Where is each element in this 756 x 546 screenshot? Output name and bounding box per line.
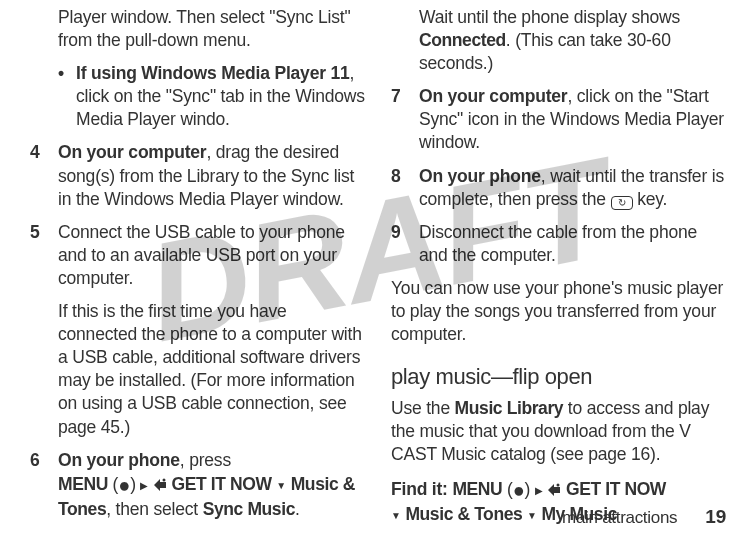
step-body: On your computer, click on the "Start Sy… <box>419 85 726 154</box>
center-key-icon: ● <box>513 479 525 501</box>
step-number: 5 <box>30 221 58 439</box>
bullet-body: If using Windows Media Player 11, click … <box>76 62 365 131</box>
nav-down-icon: ▼ <box>276 479 286 492</box>
get-it-now-icon <box>547 479 561 493</box>
step-number: 7 <box>391 85 419 154</box>
continuation-text: Wait until the phone display shows Conne… <box>391 6 726 75</box>
step-body: Disconnect the cable from the phone and … <box>419 221 726 267</box>
connected-label: Connected <box>419 30 506 50</box>
menu-label: MENU <box>452 479 502 499</box>
body-text: If this is the first time you have conne… <box>58 300 365 439</box>
body-text: , press <box>180 450 231 470</box>
step-9: 9 Disconnect the cable from the phone an… <box>391 221 726 267</box>
section-name: main attractions <box>562 507 677 529</box>
end-key-icon <box>611 196 633 210</box>
step-body: On your computer, drag the desired song(… <box>58 141 365 210</box>
find-it-label: Find it: <box>391 479 452 499</box>
step-number: 8 <box>391 165 419 211</box>
step-body: On your phone, wait until the transfer i… <box>419 165 726 211</box>
section-heading: play music—flip open <box>391 362 726 391</box>
bullet-item: • If using Windows Media Player 11, clic… <box>30 62 365 131</box>
body-text: Connect the USB cable to your phone and … <box>58 221 365 290</box>
music-tones-label: Music & Tones <box>405 504 522 524</box>
body-text: Wait until the phone display shows <box>419 7 680 27</box>
continuation-text: Player window. Then select "Sync List" f… <box>30 6 365 52</box>
step-5: 5 Connect the USB cable to your phone an… <box>30 221 365 439</box>
step-7: 7 On your computer, click on the "Start … <box>391 85 726 154</box>
left-column: Player window. Then select "Sync List" f… <box>30 6 365 504</box>
nav-down-icon: ▼ <box>391 509 401 522</box>
step-number: 4 <box>30 141 58 210</box>
bullet-marker: • <box>58 62 76 131</box>
paragraph: Use the Music Library to access and play… <box>391 397 726 466</box>
step-4: 4 On your computer, drag the desired son… <box>30 141 365 210</box>
nav-right-icon: ▶ <box>535 484 543 497</box>
body-text: Use the <box>391 398 455 418</box>
nav-down-icon: ▼ <box>527 509 537 522</box>
get-it-now-label: GET IT NOW <box>172 474 272 494</box>
music-library-label: Music Library <box>455 398 564 418</box>
body-text: Disconnect the cable from the phone and … <box>419 222 697 265</box>
step-8: 8 On your phone, wait until the transfer… <box>391 165 726 211</box>
step-body: On your phone, press MENU (●) ▶ GET IT N… <box>58 449 365 522</box>
center-key-icon: ● <box>118 474 130 496</box>
paragraph: You can now use your phone's music playe… <box>391 277 726 346</box>
body-text: , then select <box>106 499 202 519</box>
body-text: key. <box>633 189 668 209</box>
body-text: . <box>295 499 300 519</box>
bold-text: If using Windows Media Player 11 <box>76 63 350 83</box>
svg-point-0 <box>162 478 165 481</box>
sync-music-label: Sync Music <box>203 499 295 519</box>
step-number: 6 <box>30 449 58 522</box>
body-text: ) <box>525 479 535 499</box>
nav-right-icon: ▶ <box>140 479 148 492</box>
bold-text: On your computer <box>419 86 567 106</box>
menu-label: MENU <box>58 474 108 494</box>
page-columns: Player window. Then select "Sync List" f… <box>30 6 726 504</box>
right-column: Wait until the phone display shows Conne… <box>391 6 726 504</box>
svg-point-1 <box>557 483 560 486</box>
get-it-now-icon <box>153 474 167 488</box>
bold-text: On your computer <box>58 142 206 162</box>
body-text: ) <box>130 474 140 494</box>
page-number: 19 <box>705 504 726 529</box>
bold-text: On your phone <box>419 166 541 186</box>
step-body: Connect the USB cable to your phone and … <box>58 221 365 439</box>
get-it-now-label: GET IT NOW <box>566 479 666 499</box>
step-6: 6 On your phone, press MENU (●) ▶ GET IT… <box>30 449 365 522</box>
step-number: 9 <box>391 221 419 267</box>
bold-text: On your phone <box>58 450 180 470</box>
